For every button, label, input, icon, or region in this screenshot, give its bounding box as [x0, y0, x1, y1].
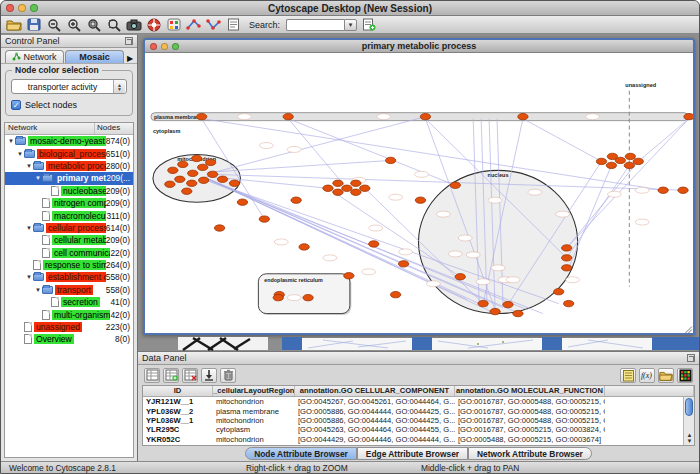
network-canvas[interactable]: plasma membranecytoplasmmitochondrionnuc…: [145, 53, 693, 333]
tab-node-attribute-browser[interactable]: Node Attribute Browser: [245, 447, 357, 460]
tree-row-label: cell communicat: [52, 248, 110, 258]
tree-row[interactable]: macromolecule311(0): [5, 209, 133, 221]
tree-row[interactable]: cellular metabol209(0): [5, 234, 133, 246]
tree-row[interactable]: nucleobase-c209(0): [5, 185, 133, 197]
tree-row-count: 209(...: [106, 173, 133, 183]
help-lifesaver-icon[interactable]: [145, 17, 162, 32]
float-panel-icon[interactable]: [687, 354, 695, 362]
select-nodes-checkbox[interactable]: ✓: [11, 100, 21, 110]
table-cell: [GO:0016787, GO:0005488, GO:0005215, G..…: [455, 407, 605, 416]
folder-icon: [15, 137, 26, 145]
select-attributes-icon[interactable]: [144, 368, 160, 383]
status-welcome: Welcome to Cytoscape 2.8.1: [9, 463, 116, 473]
expand-arrow-icon[interactable]: ▼: [7, 138, 15, 144]
column-header[interactable]: annotation.GO CELLULAR_COMPONENT: [295, 386, 455, 396]
open-folder-icon[interactable]: [5, 17, 22, 32]
notepad-icon[interactable]: [620, 368, 636, 383]
select-nodes-row: ✓ Select nodes: [11, 100, 127, 110]
layout-icon-2[interactable]: [205, 17, 222, 32]
scrollbar-thumb[interactable]: [685, 398, 693, 416]
zoom-fit-icon[interactable]: [105, 17, 122, 32]
tab-mosaic[interactable]: Mosaic: [65, 50, 124, 63]
tree-row[interactable]: Overview8(0): [5, 333, 133, 345]
tab-network-attribute-browser[interactable]: Network Attribute Browser: [468, 447, 592, 460]
float-panel-icon[interactable]: [125, 37, 133, 45]
tree-row[interactable]: ▼cellular process614(0): [5, 222, 133, 234]
tree-row[interactable]: ▼primary metabol209(...: [5, 172, 133, 184]
expand-arrow-icon[interactable]: ▼: [25, 225, 33, 231]
import-attributes-icon[interactable]: [201, 368, 217, 383]
layout-icon-1[interactable]: [185, 17, 202, 32]
tree-row[interactable]: ▼establishment of lo558(0): [5, 271, 133, 283]
background-window-fragments: [138, 335, 699, 351]
attribute-doc-icon[interactable]: [360, 17, 377, 32]
tree-row[interactable]: secretion41(0): [5, 296, 133, 308]
create-attribute-icon[interactable]: [163, 368, 179, 383]
table-row[interactable]: YPL036W__2plasma membrane[GO:0005886, GO…: [143, 406, 694, 415]
tree-col-network[interactable]: Network: [5, 123, 95, 134]
expand-arrow-icon[interactable]: ▼: [16, 151, 24, 157]
annotation-icon[interactable]: [225, 17, 242, 32]
dropdown-value: transporter activity: [12, 82, 113, 92]
expand-arrow-icon[interactable]: ▼: [34, 175, 42, 181]
search-dropdown-button[interactable]: ▾: [344, 19, 357, 31]
heatmap-icon[interactable]: [677, 368, 693, 383]
snapshot-camera-icon[interactable]: [125, 17, 142, 32]
tree-row[interactable]: ▼biological_process651(0): [5, 147, 133, 159]
file-icon: [24, 334, 32, 344]
tree-row[interactable]: multi-organism pro42(0): [5, 308, 133, 320]
network-tab-icon: [12, 52, 21, 63]
browser-tabs: Node Attribute BrowserEdge Attribute Bro…: [138, 446, 699, 461]
vizmapper-icon[interactable]: [165, 17, 182, 32]
table-scrollbar[interactable]: ▲▼: [683, 397, 694, 445]
tab-edge-attribute-browser[interactable]: Edge Attribute Browser: [357, 447, 468, 460]
dropdown-stepper-icon: ▲▼: [113, 80, 125, 93]
svg-text:plasma membrane: plasma membrane: [154, 114, 203, 120]
tree-row[interactable]: unassigned223(0): [5, 321, 133, 333]
column-header[interactable]: _cellularLayoutRegion: [213, 386, 295, 396]
network-view-titlebar[interactable]: primary metabolic process: [145, 40, 693, 53]
column-header[interactable]: annotation.GO MOLECULAR_FUNCTION: [455, 386, 605, 396]
zoom-out-icon[interactable]: [45, 17, 62, 32]
tab-network[interactable]: Network: [5, 50, 64, 63]
attribute-toolbar-left: [144, 368, 236, 383]
table-cell: mitochondrion: [213, 435, 295, 444]
table-row[interactable]: YJR121W__1mitochondrion[GO:0045267, GO:0…: [143, 397, 694, 406]
tree-row[interactable]: cell communicat22(0): [5, 247, 133, 259]
table-cell: cytoplasm: [213, 425, 295, 434]
column-header[interactable]: [605, 386, 694, 396]
scrollbar-arrows[interactable]: ▲▼: [684, 432, 695, 444]
expand-arrow-icon[interactable]: ▼: [34, 287, 42, 293]
table-cell: [GO:0045263, GO:0044464, GO:0044455, G..…: [295, 425, 455, 434]
tree-row[interactable]: nitrogen compo209(0): [5, 197, 133, 209]
open-folder-icon[interactable]: [658, 368, 674, 383]
formula-icon[interactable]: f(x): [639, 368, 655, 383]
network-graph[interactable]: plasma membranecytoplasmmitochondrionnuc…: [145, 53, 693, 333]
tree-col-nodes[interactable]: Nodes: [95, 123, 133, 134]
attribute-table-body: YJR121W__1mitochondrion[GO:0045267, GO:0…: [143, 397, 694, 445]
zoom-in-icon[interactable]: [65, 17, 82, 32]
expand-arrow-icon[interactable]: ▼: [25, 163, 33, 169]
tree-row[interactable]: ▼mosaic-demo-yeast874(0): [5, 135, 133, 147]
table-row[interactable]: YKR052Cmitochondrion[GO:0044429, GO:0044…: [143, 435, 694, 444]
table-row[interactable]: YDR039C__1mitochondrion[GO:0005886, GO:0…: [143, 444, 694, 445]
table-row[interactable]: YLR295Ccytoplasm[GO:0045263, GO:0044464,…: [143, 425, 694, 434]
status-pan-hint: Middle-click + drag to PAN: [421, 463, 519, 473]
zoom-selected-icon[interactable]: [85, 17, 102, 32]
expand-arrow-icon[interactable]: ▼: [25, 274, 33, 280]
tree-row[interactable]: ▼transport558(0): [5, 284, 133, 296]
tree-row-count: 209(0): [106, 235, 133, 245]
delete-attribute-icon[interactable]: [182, 368, 198, 383]
save-icon[interactable]: [25, 17, 42, 32]
tab-overflow-arrow[interactable]: ▶: [125, 54, 135, 63]
table-row[interactable]: YPL036W__1mitochondrion[GO:0005886, GO:0…: [143, 416, 694, 425]
tree-row[interactable]: response to stimulu264(0): [5, 259, 133, 271]
delete-row-icon[interactable]: [220, 368, 236, 383]
spacer: [43, 188, 51, 194]
node-color-dropdown[interactable]: transporter activity ▲▼: [11, 79, 127, 94]
column-header[interactable]: ID: [143, 386, 213, 396]
search-input[interactable]: [286, 19, 344, 31]
tree-row[interactable]: ▼metabolic process280(0): [5, 160, 133, 172]
table-cell: [GO:0016787, GO:0005488, GO:0005215, G..…: [455, 397, 605, 406]
network-view-window[interactable]: primary metabolic process plasma membran…: [143, 38, 695, 335]
